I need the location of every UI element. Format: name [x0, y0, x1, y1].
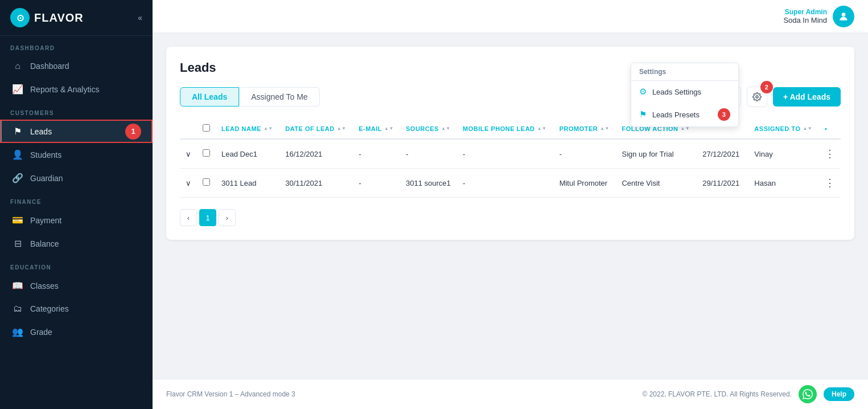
cell-sources-1: - — [400, 139, 457, 169]
svg-point-0 — [842, 13, 846, 17]
leads-icon: ⚑ — [12, 126, 23, 137]
sidebar-item-label-categories: Categories — [30, 304, 69, 313]
logo-text: FLAVOR — [34, 11, 84, 24]
cell-date-1: 16/12/2021 — [279, 139, 353, 169]
settings-tooltip-header: Settings — [631, 63, 738, 81]
sidebar-item-dashboard[interactable]: ⌂ Dashboard — [0, 55, 153, 77]
row-actions-button-2[interactable]: ⋮ — [825, 177, 835, 189]
row-checkbox-2[interactable] — [203, 178, 210, 186]
sidebar-item-classes[interactable]: 📖 Classes — [0, 274, 153, 297]
row-checkbox-1[interactable] — [203, 149, 210, 157]
guardian-icon: 🔗 — [12, 173, 23, 183]
svg-point-6 — [756, 96, 758, 98]
pagination-next[interactable]: › — [219, 209, 236, 226]
sidebar-item-label-students: Students — [30, 150, 61, 159]
cell-mobile-1: - — [457, 139, 554, 169]
sidebar-item-students[interactable]: 👤 Students — [0, 143, 153, 166]
row-check-1[interactable] — [197, 139, 216, 169]
th-actions: • — [819, 118, 841, 139]
students-icon: 👤 — [12, 149, 23, 160]
footer-copyright: © 2022, FLAVOR PTE. LTD. All Rights Rese… — [642, 390, 792, 398]
classes-icon: 📖 — [12, 280, 23, 291]
cell-email-2: - — [353, 169, 400, 198]
table-row: ∨ Lead Dec1 16/12/2021 - - - - Sign up f… — [180, 139, 841, 169]
row-expand-1[interactable]: ∨ — [180, 139, 197, 169]
cell-follow-2: Centre Visit — [616, 169, 697, 198]
whatsapp-button[interactable] — [799, 385, 817, 403]
sidebar-item-label-grade: Grade — [30, 328, 52, 337]
cell-follow-1: Sign up for Trial — [616, 139, 697, 169]
leads-presets-label: Leads Presets — [652, 111, 700, 119]
cell-date-2: 30/11/2021 — [279, 169, 353, 198]
th-email: E-MAIL ▲▼ — [353, 118, 400, 139]
cell-assigned-2: Hasan — [748, 169, 819, 198]
th-promoter: PROMOTER ▲▼ — [554, 118, 616, 139]
sidebar-item-label-leads: Leads — [30, 127, 52, 136]
settings-tooltip-item-leads-settings[interactable]: ⚙ Leads Settings — [631, 81, 738, 103]
sidebar-item-grade[interactable]: 👥 Grade — [0, 320, 153, 343]
sidebar-item-categories[interactable]: 🗂 Categories — [0, 297, 153, 320]
topbar-company: Soda In Mind — [783, 16, 827, 24]
select-all-checkbox[interactable] — [203, 124, 210, 132]
logo-icon: ⊙ — [10, 8, 30, 27]
cell-mobile-2: - — [457, 169, 554, 198]
tab-all-leads[interactable]: All Leads — [180, 87, 239, 107]
home-icon: ⌂ — [12, 61, 23, 71]
categories-icon: 🗂 — [12, 304, 23, 314]
tab-actions: 2 Settings ⚙ Leads Settings ⚑ Leads Pres… — [694, 87, 841, 107]
annotation-badge-2: 2 — [760, 81, 773, 93]
sidebar-item-reports[interactable]: 📈 Reports & Analytics — [0, 77, 153, 101]
sort-sources[interactable]: ▲▼ — [441, 126, 451, 131]
row-actions-button-1[interactable]: ⋮ — [825, 148, 835, 160]
cell-sources-2: 3011 source1 — [400, 169, 457, 198]
sidebar-section-education: EDUCATION 📖 Classes 🗂 Categories 👥 Grade — [0, 255, 153, 343]
leads-table: LEAD NAME ▲▼ DATE OF LEAD ▲▼ — [180, 118, 841, 198]
sidebar-logo: ⊙ FLAVOR « — [0, 0, 153, 36]
add-leads-button[interactable]: + Add Leads — [773, 87, 841, 107]
page-footer: Flavor CRM Version 1 – Advanced mode 3 ©… — [153, 379, 868, 409]
cell-actions-2[interactable]: ⋮ — [819, 169, 841, 198]
th-lead-name: LEAD NAME ▲▼ — [216, 118, 279, 139]
cell-lead-name-2: 3011 Lead — [216, 169, 279, 198]
cell-promoter-1: - — [554, 139, 616, 169]
leads-presets-icon: ⚑ — [639, 109, 647, 120]
sidebar-item-guardian[interactable]: 🔗 Guardian — [0, 166, 153, 190]
sidebar-item-label-classes: Classes — [30, 281, 59, 291]
sort-mobile[interactable]: ▲▼ — [537, 126, 547, 131]
row-expand-2[interactable]: ∨ — [180, 169, 197, 198]
sidebar-section-customers: CUSTOMERS ⚑ Leads 1 👤 Students 🔗 Guardia… — [0, 101, 153, 190]
sidebar-section-label-finance: FINANCE — [0, 190, 153, 208]
grade-icon: 👥 — [12, 326, 23, 337]
topbar: Super Admin Soda In Mind — [153, 0, 868, 33]
settings-tooltip-item-leads-presets[interactable]: ⚑ Leads Presets 3 — [631, 103, 738, 126]
collapse-icon[interactable]: « — [138, 13, 142, 22]
sidebar-item-leads[interactable]: ⚑ Leads 1 — [0, 120, 153, 143]
th-date-of-lead: DATE OF LEAD ▲▼ — [279, 118, 353, 139]
tabs-row: All Leads Assigned To Me 2 — [180, 87, 841, 107]
th-check — [197, 118, 216, 139]
page-title: Leads — [180, 60, 841, 75]
cell-actions-1[interactable]: ⋮ — [819, 139, 841, 169]
tab-assigned-to-me[interactable]: Assigned To Me — [239, 87, 319, 107]
sort-promoter[interactable]: ▲▼ — [600, 126, 610, 131]
sidebar-item-payment[interactable]: 💳 Payment — [0, 208, 153, 232]
help-button[interactable]: Help — [824, 387, 854, 401]
leads-settings-label: Leads Settings — [652, 88, 701, 96]
sort-date-of-lead[interactable]: ▲▼ — [337, 126, 347, 131]
main-area: Super Admin Soda In Mind Leads All Leads… — [153, 0, 868, 409]
sidebar-item-label-payment: Payment — [30, 216, 61, 225]
sidebar-item-label-balance: Balance — [30, 239, 59, 248]
row-check-2[interactable] — [197, 169, 216, 198]
sidebar-item-label-reports: Reports & Analytics — [30, 85, 99, 94]
sidebar-item-balance[interactable]: ⊟ Balance — [0, 232, 153, 255]
sort-assigned-to[interactable]: ▲▼ — [803, 126, 812, 131]
pagination: ‹ 1 › — [180, 209, 841, 226]
pagination-prev[interactable]: ‹ — [180, 209, 197, 226]
sort-lead-name[interactable]: ▲▼ — [264, 126, 273, 131]
cell-assigned-1: Vinay — [748, 139, 819, 169]
sidebar-section-dashboard: DASHBOARD ⌂ Dashboard 📈 Reports & Analyt… — [0, 36, 153, 101]
pagination-page-1[interactable]: 1 — [199, 209, 216, 226]
sort-email[interactable]: ▲▼ — [384, 126, 394, 131]
sidebar-section-label-customers: CUSTOMERS — [0, 101, 153, 120]
topbar-user: Super Admin Soda In Mind — [783, 6, 854, 27]
